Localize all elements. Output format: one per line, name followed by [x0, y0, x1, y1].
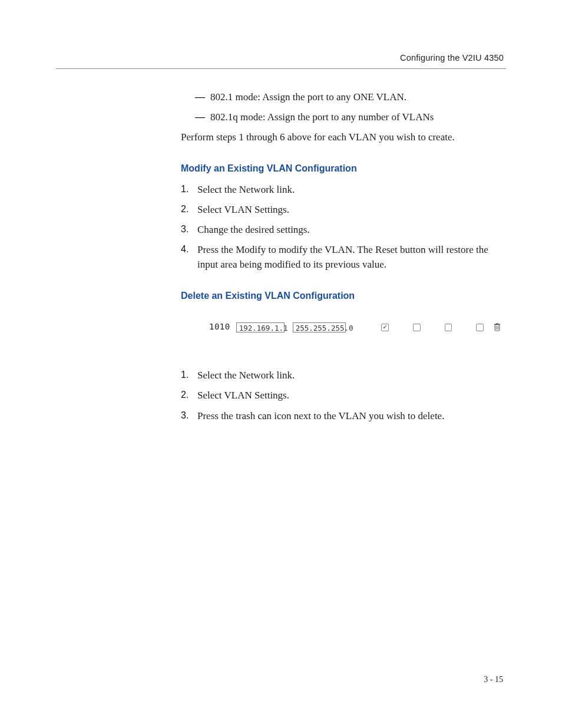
step-number: 2. [181, 203, 189, 216]
step-text: Select the Network link. [197, 370, 295, 381]
step-number: 2. [181, 388, 189, 402]
list-item: 3.Change the desired settings. [181, 223, 506, 237]
modify-steps-list: 1.Select the Network link. 2.Select VLAN… [181, 183, 506, 272]
list-item: 802.1q mode: Assign the port to any numb… [181, 110, 506, 124]
step-number: 3. [181, 223, 189, 236]
vlan-row-screenshot: 1010 192.169.1.1 255.255.255.0 [181, 313, 506, 346]
page: Configuring the V2IU 4350 802.1 mode: As… [0, 0, 562, 728]
step-text: Press the trash can icon next to the VLA… [197, 410, 444, 421]
list-item: 4.Press the Modify to modify the VLAN. T… [181, 243, 506, 271]
checkbox-port-3[interactable] [445, 324, 452, 331]
list-item: 1.Select the Network link. [181, 368, 506, 383]
step-text: Press the Modify to modify the VLAN. The… [197, 244, 488, 269]
page-running-header: Configuring the V2IU 4350 [56, 53, 506, 62]
svg-rect-2 [496, 323, 498, 324]
step-text: Select VLAN Settings. [197, 204, 289, 215]
delete-steps-list: 1.Select the Network link. 2.Select VLAN… [181, 368, 506, 423]
step-text: Change the desired settings. [197, 224, 310, 235]
dash-bullet-list: 802.1 mode: Assign the port to any ONE V… [181, 90, 506, 124]
trash-icon[interactable] [493, 323, 501, 332]
heading-modify-vlan: Modify an Existing VLAN Configuration [181, 162, 506, 176]
step-number: 4. [181, 243, 189, 256]
list-item: 2.Select VLAN Settings. [181, 388, 506, 403]
step-number: 1. [181, 183, 189, 196]
list-item: 802.1 mode: Assign the port to any ONE V… [181, 90, 506, 104]
paragraph-perform-steps: Perform steps 1 through 6 above for each… [181, 130, 506, 144]
ip-field[interactable]: 192.169.1.1 [236, 322, 285, 332]
vlan-id-label: 1010 [209, 321, 230, 333]
step-number: 3. [181, 409, 189, 423]
checkbox-port-4[interactable] [476, 324, 484, 331]
svg-rect-1 [494, 324, 500, 325]
netmask-field[interactable]: 255.255.255.0 [293, 322, 346, 332]
checkbox-port-2[interactable] [413, 324, 421, 331]
step-number: 1. [181, 368, 189, 382]
list-item: 2.Select VLAN Settings. [181, 203, 506, 217]
list-item: 3.Press the trash can icon next to the V… [181, 409, 506, 423]
checkbox-port-1[interactable] [381, 324, 389, 331]
step-text: Select VLAN Settings. [197, 390, 289, 401]
page-content: 802.1 mode: Assign the port to any ONE V… [181, 90, 506, 423]
header-rule [56, 68, 506, 69]
list-item: 1.Select the Network link. [181, 183, 506, 197]
step-text: Select the Network link. [197, 184, 295, 195]
heading-delete-vlan: Delete an Existing VLAN Configuration [181, 289, 506, 303]
vlan-row: 1010 192.169.1.1 255.255.255.0 [186, 321, 501, 333]
page-number: 3 - 15 [484, 675, 503, 684]
